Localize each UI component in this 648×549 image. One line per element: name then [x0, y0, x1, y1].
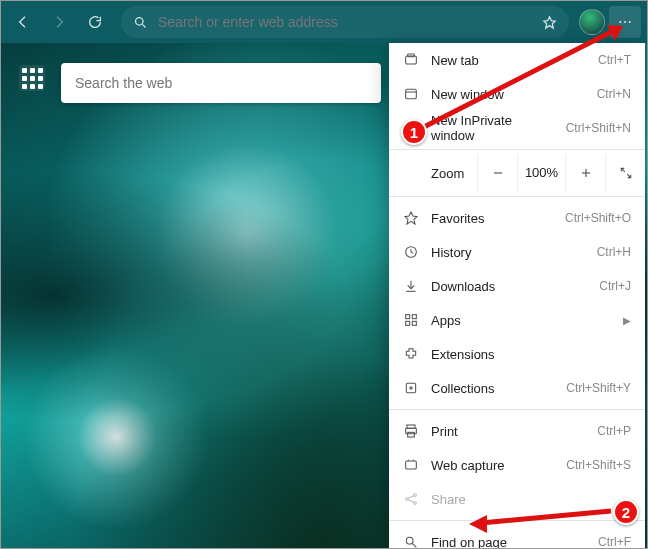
svg-rect-21: [406, 315, 410, 319]
browser-toolbar: [1, 1, 647, 43]
menu-item-label: New InPrivate window: [431, 113, 554, 143]
search-icon: [133, 15, 148, 30]
svg-point-0: [136, 17, 144, 25]
menu-find[interactable]: Find on page Ctrl+F: [389, 525, 645, 549]
menu-item-label: New tab: [431, 53, 586, 68]
menu-item-shortcut: Ctrl+F: [598, 535, 631, 549]
zoom-label: Zoom: [389, 166, 477, 181]
svg-point-5: [629, 21, 631, 23]
svg-rect-10: [406, 123, 417, 132]
menu-item-shortcut: Ctrl+J: [599, 279, 631, 293]
svg-rect-31: [406, 461, 417, 469]
svg-rect-7: [408, 54, 415, 57]
history-icon: [403, 244, 419, 260]
menu-item-label: Favorites: [431, 211, 553, 226]
share-icon: [403, 491, 419, 507]
print-icon: [403, 423, 419, 439]
menu-item-label: Apps: [431, 313, 603, 328]
address-bar[interactable]: [121, 6, 569, 38]
menu-downloads[interactable]: Downloads Ctrl+J: [389, 269, 645, 303]
extensions-icon: [403, 346, 419, 362]
refresh-button[interactable]: [79, 6, 111, 38]
svg-rect-30: [408, 432, 415, 437]
menu-item-shortcut: Ctrl+Shift+S: [566, 458, 631, 472]
menu-item-label: Share: [431, 492, 631, 507]
forward-button[interactable]: [43, 6, 75, 38]
menu-separator: [389, 409, 645, 410]
app-launcher-button[interactable]: [19, 65, 45, 91]
svg-rect-11: [408, 127, 413, 130]
settings-and-more-button[interactable]: [609, 6, 641, 38]
menu-history[interactable]: History Ctrl+H: [389, 235, 645, 269]
menu-apps[interactable]: Apps ▶: [389, 303, 645, 337]
minus-icon: [491, 166, 505, 180]
settings-and-more-menu: New tab Ctrl+T New window Ctrl+N New InP…: [389, 43, 645, 549]
collections-icon: [403, 380, 419, 396]
menu-web-capture[interactable]: Web capture Ctrl+Shift+S: [389, 448, 645, 482]
arrow-right-icon: [51, 14, 67, 30]
svg-point-3: [619, 21, 621, 23]
back-button[interactable]: [7, 6, 39, 38]
menu-item-shortcut: Ctrl+Shift+N: [566, 121, 631, 135]
svg-rect-8: [406, 89, 417, 98]
menu-item-shortcut: Ctrl+Shift+Y: [566, 381, 631, 395]
menu-item-label: Web capture: [431, 458, 554, 473]
menu-separator: [389, 520, 645, 521]
svg-rect-6: [406, 56, 417, 64]
svg-line-1: [142, 24, 145, 27]
ellipsis-icon: [617, 14, 633, 30]
menu-new-tab[interactable]: New tab Ctrl+T: [389, 43, 645, 77]
menu-item-shortcut: Ctrl+H: [597, 245, 631, 259]
download-icon: [403, 278, 419, 294]
apps-icon: [403, 312, 419, 328]
zoom-value: 100%: [517, 154, 565, 192]
svg-point-32: [406, 498, 409, 501]
menu-item-shortcut: Ctrl+Shift+O: [565, 211, 631, 225]
svg-line-36: [408, 500, 413, 503]
menu-favorites[interactable]: Favorites Ctrl+Shift+O: [389, 201, 645, 235]
favorite-star-icon[interactable]: [542, 15, 557, 30]
menu-share: Share: [389, 482, 645, 516]
menu-print[interactable]: Print Ctrl+P: [389, 414, 645, 448]
svg-point-37: [406, 537, 413, 544]
svg-marker-17: [405, 212, 417, 224]
zoom-out-button[interactable]: [477, 154, 517, 192]
menu-item-label: Find on page: [431, 535, 586, 550]
address-input[interactable]: [158, 14, 532, 30]
window-icon: [403, 86, 419, 102]
svg-point-4: [624, 21, 626, 23]
refresh-icon: [87, 14, 103, 30]
web-capture-icon: [403, 457, 419, 473]
menu-extensions[interactable]: Extensions: [389, 337, 645, 371]
menu-new-window[interactable]: New window Ctrl+N: [389, 77, 645, 111]
svg-point-33: [414, 494, 417, 497]
arrow-left-icon: [15, 14, 31, 30]
svg-line-35: [408, 496, 413, 499]
inprivate-icon: [403, 120, 419, 136]
find-icon: [403, 534, 419, 549]
tab-icon: [403, 52, 419, 68]
fullscreen-icon: [619, 166, 633, 180]
ntp-search-input[interactable]: [75, 75, 367, 91]
menu-item-label: Print: [431, 424, 585, 439]
svg-point-34: [414, 502, 417, 505]
plus-icon: [579, 166, 593, 180]
menu-item-label: History: [431, 245, 585, 260]
zoom-in-button[interactable]: [565, 154, 605, 192]
svg-marker-2: [544, 16, 555, 27]
menu-new-inprivate[interactable]: New InPrivate window Ctrl+Shift+N: [389, 111, 645, 145]
menu-separator: [389, 196, 645, 197]
ntp-search-box[interactable]: [61, 63, 381, 103]
fullscreen-button[interactable]: [605, 154, 645, 192]
menu-separator: [389, 149, 645, 150]
menu-item-label: Extensions: [431, 347, 631, 362]
svg-rect-24: [412, 321, 416, 325]
menu-item-shortcut: Ctrl+T: [598, 53, 631, 67]
svg-rect-22: [412, 315, 416, 319]
menu-item-label: Downloads: [431, 279, 587, 294]
profile-avatar[interactable]: [579, 9, 605, 35]
menu-item-label: New window: [431, 87, 585, 102]
menu-collections[interactable]: Collections Ctrl+Shift+Y: [389, 371, 645, 405]
menu-item-shortcut: Ctrl+N: [597, 87, 631, 101]
star-icon: [403, 210, 419, 226]
